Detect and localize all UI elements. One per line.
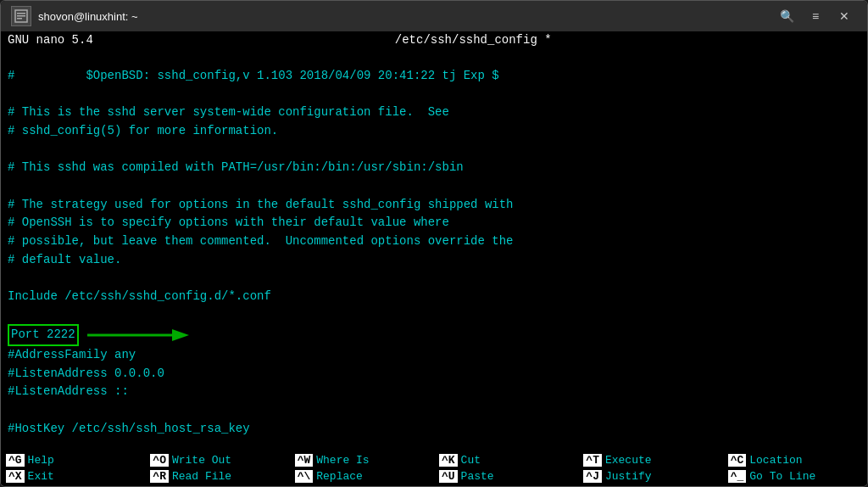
port-line-wrapper: Port 2222 [8, 324, 189, 346]
label-exit: Exit [28, 470, 54, 483]
key-g: ^G [6, 454, 25, 467]
key-underscore: ^_ [728, 470, 747, 483]
svg-rect-3 [17, 18, 22, 20]
line-16: #AddressFamily any [8, 348, 136, 361]
nano-filename: /etc/ssh/sshd_config * [395, 33, 552, 47]
menu-button[interactable]: ≡ [803, 5, 828, 27]
menu-cut: ^K Cut [434, 452, 578, 468]
green-arrow-icon [87, 326, 189, 344]
menu-location: ^C Location [723, 452, 867, 468]
svg-rect-2 [17, 15, 25, 17]
key-o: ^O [150, 454, 169, 467]
key-c: ^C [728, 454, 747, 467]
label-location: Location [749, 454, 802, 467]
port-highlight: Port 2222 [8, 324, 79, 346]
line-8: # The strategy used for options in the d… [8, 198, 514, 211]
window-title: shovon@linuxhint: ~ [38, 10, 138, 23]
key-w: ^W [295, 454, 314, 467]
key-k: ^K [439, 454, 458, 467]
title-bar-left: shovon@linuxhint: ~ [11, 6, 138, 26]
key-r: ^R [150, 470, 169, 483]
line-4: # sshd_config(5) for more information. [8, 124, 278, 137]
line-18: #ListenAddress :: [8, 384, 129, 398]
menu-justify: ^J Justify [578, 468, 722, 484]
nano-top-bar: GNU nano 5.4 /etc/ssh/sshd_config * [1, 31, 867, 48]
menu-whereis: ^W Where Is [290, 452, 434, 468]
svg-marker-5 [172, 329, 189, 341]
bottom-row-1: ^G Help ^O Write Out ^W Where Is ^K Cut … [1, 452, 867, 468]
label-readfile: Read File [172, 470, 231, 483]
line-20: #HostKey /etc/ssh/ssh_host_rsa_key [8, 422, 250, 435]
menu-readfile: ^R Read File [145, 468, 289, 484]
label-paste: Paste [461, 470, 494, 483]
editor-content: # $OpenBSD: sshd_config,v 1.103 2018/04/… [8, 48, 860, 451]
title-bar: shovon@linuxhint: ~ 🔍 ≡ ✕ [1, 1, 867, 31]
line-11: # default value. [8, 253, 121, 266]
line-13: Include /etc/ssh/sshd_config.d/*.conf [8, 289, 271, 303]
line-17: #ListenAddress 0.0.0.0 [8, 367, 164, 380]
menu-gotoline: ^_ Go To Line [723, 468, 867, 484]
terminal-window: shovon@linuxhint: ~ 🔍 ≡ ✕ GNU nano 5.4 /… [0, 0, 868, 487]
svg-rect-1 [17, 13, 25, 14]
label-justify: Justify [605, 470, 652, 483]
line-9: # OpenSSH is to specify options with the… [8, 216, 449, 229]
bottom-bar: ^G Help ^O Write Out ^W Where Is ^K Cut … [1, 451, 867, 486]
label-replace: Replace [316, 470, 363, 483]
menu-writeout: ^O Write Out [145, 452, 289, 468]
menu-exit: ^X Exit [1, 468, 145, 484]
window-icon [11, 6, 31, 26]
editor-area[interactable]: # $OpenBSD: sshd_config,v 1.103 2018/04/… [1, 48, 867, 451]
key-t: ^T [583, 454, 602, 467]
bottom-row-2: ^X Exit ^R Read File ^\ Replace ^U Paste… [1, 468, 867, 484]
key-x: ^X [6, 470, 25, 483]
close-button[interactable]: ✕ [832, 5, 857, 27]
nano-right [854, 33, 860, 47]
line-15: Port 2222 [8, 327, 189, 341]
search-button[interactable]: 🔍 [774, 5, 799, 27]
line-6: # This sshd was compiled with PATH=/usr/… [8, 160, 464, 174]
key-j: ^J [583, 470, 602, 483]
key-backslash: ^\ [295, 470, 314, 483]
key-u: ^U [439, 470, 458, 483]
title-bar-controls: 🔍 ≡ ✕ [774, 5, 857, 27]
line-3: # This is the sshd server system-wide co… [8, 105, 449, 119]
label-gotoline: Go To Line [749, 470, 815, 483]
menu-execute: ^T Execute [578, 452, 722, 468]
label-execute: Execute [605, 454, 652, 467]
line-10: # possible, but leave them commented. Un… [8, 234, 514, 248]
menu-paste: ^U Paste [434, 468, 578, 484]
menu-help: ^G Help [1, 452, 145, 468]
label-cut: Cut [461, 454, 481, 467]
line-1: # $OpenBSD: sshd_config,v 1.103 2018/04/… [8, 69, 499, 82]
label-help: Help [28, 454, 54, 467]
nano-version: GNU nano 5.4 [8, 33, 93, 47]
label-whereis: Where Is [316, 454, 369, 467]
label-writeout: Write Out [172, 454, 231, 467]
menu-replace: ^\ Replace [290, 468, 434, 484]
